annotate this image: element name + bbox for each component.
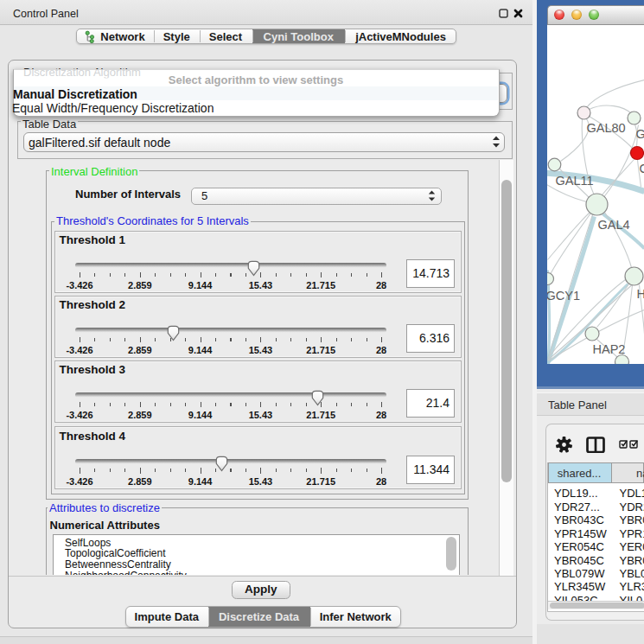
svg-text:H: H (636, 287, 644, 301)
svg-text:GCY1: GCY1 (547, 288, 580, 302)
svg-text:GAL11: GAL11 (555, 173, 593, 187)
svg-text:C: C (639, 161, 644, 175)
svg-text:HAP2: HAP2 (592, 341, 625, 355)
svg-text:GAL80: GAL80 (586, 120, 625, 134)
svg-text:GAL4: GAL4 (597, 217, 629, 231)
svg-text:GAL: GAL (635, 126, 644, 140)
